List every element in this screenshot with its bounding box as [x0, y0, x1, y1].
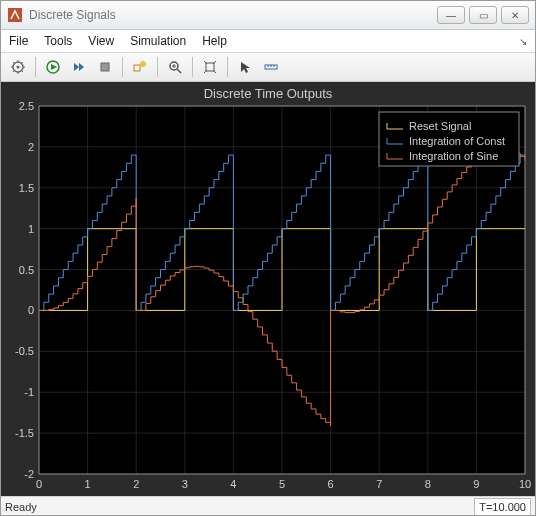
menu-view[interactable]: View [88, 34, 114, 48]
cursor-icon [238, 60, 252, 74]
svg-text:2: 2 [133, 478, 139, 490]
step-forward-button[interactable] [68, 56, 90, 78]
zoom-icon [168, 60, 182, 74]
menu-file[interactable]: File [9, 34, 28, 48]
run-button[interactable] [42, 56, 64, 78]
toolbar-separator [192, 57, 193, 77]
svg-line-11 [177, 69, 181, 73]
svg-rect-14 [206, 63, 214, 71]
svg-text:10: 10 [519, 478, 531, 490]
menubar: File Tools View Simulation Help ↘ [1, 30, 535, 53]
svg-text:4: 4 [230, 478, 236, 490]
zoom-button[interactable] [164, 56, 186, 78]
svg-text:1: 1 [85, 478, 91, 490]
close-button[interactable]: ✕ [501, 6, 529, 24]
ruler-icon [264, 60, 278, 74]
svg-text:-0.5: -0.5 [15, 345, 34, 357]
svg-text:-1.5: -1.5 [15, 427, 34, 439]
toolbar-separator [35, 57, 36, 77]
toolbar [1, 53, 535, 82]
toolbar-separator [227, 57, 228, 77]
svg-text:-2: -2 [24, 468, 34, 480]
svg-text:Reset Signal: Reset Signal [409, 120, 471, 132]
svg-text:-1: -1 [24, 386, 34, 398]
app-icon [7, 7, 23, 23]
svg-text:Discrete Time Outputs: Discrete Time Outputs [204, 86, 333, 101]
plot-area[interactable]: 012345678910-2-1.5-1-0.500.511.522.5Disc… [1, 82, 535, 496]
status-text: Ready [5, 501, 37, 513]
svg-text:2: 2 [28, 141, 34, 153]
svg-rect-8 [134, 65, 140, 71]
statusbar: Ready T=10.000 [1, 496, 535, 516]
menu-dock-icon[interactable]: ↘ [519, 36, 527, 47]
svg-marker-6 [79, 63, 84, 71]
step-icon [72, 60, 86, 74]
chart-canvas: 012345678910-2-1.5-1-0.500.511.522.5Disc… [1, 82, 535, 496]
maximize-button[interactable]: ▭ [469, 6, 497, 24]
autoscale-button[interactable] [199, 56, 221, 78]
menu-simulation[interactable]: Simulation [130, 34, 186, 48]
svg-text:8: 8 [425, 478, 431, 490]
highlight-icon [132, 60, 148, 74]
svg-text:9: 9 [473, 478, 479, 490]
cursor-button[interactable] [234, 56, 256, 78]
svg-text:6: 6 [328, 478, 334, 490]
svg-marker-5 [74, 63, 79, 71]
svg-text:3: 3 [182, 478, 188, 490]
svg-text:2.5: 2.5 [19, 100, 34, 112]
svg-text:5: 5 [279, 478, 285, 490]
stop-button[interactable] [94, 56, 116, 78]
measure-button[interactable] [260, 56, 282, 78]
status-time: T=10.000 [474, 498, 531, 516]
svg-text:1.5: 1.5 [19, 182, 34, 194]
gear-icon [10, 59, 26, 75]
svg-text:Integration of Sine: Integration of Sine [409, 150, 498, 162]
svg-text:0: 0 [36, 478, 42, 490]
svg-text:1: 1 [28, 223, 34, 235]
stop-icon [98, 60, 112, 74]
svg-text:7: 7 [376, 478, 382, 490]
menu-tools[interactable]: Tools [44, 34, 72, 48]
titlebar: Discrete Signals — ▭ ✕ [1, 1, 535, 30]
svg-point-9 [140, 61, 146, 67]
svg-point-2 [17, 66, 20, 69]
settings-button[interactable] [7, 56, 29, 78]
svg-text:0.5: 0.5 [19, 264, 34, 276]
highlight-button[interactable] [129, 56, 151, 78]
play-icon [46, 60, 60, 74]
minimize-button[interactable]: — [437, 6, 465, 24]
autoscale-icon [203, 60, 217, 74]
svg-marker-4 [51, 64, 57, 70]
svg-rect-7 [101, 63, 109, 71]
svg-text:Integration of Const: Integration of Const [409, 135, 505, 147]
toolbar-separator [122, 57, 123, 77]
window-title: Discrete Signals [29, 8, 437, 22]
toolbar-separator [157, 57, 158, 77]
menu-help[interactable]: Help [202, 34, 227, 48]
svg-text:0: 0 [28, 304, 34, 316]
window-controls: — ▭ ✕ [437, 6, 529, 24]
